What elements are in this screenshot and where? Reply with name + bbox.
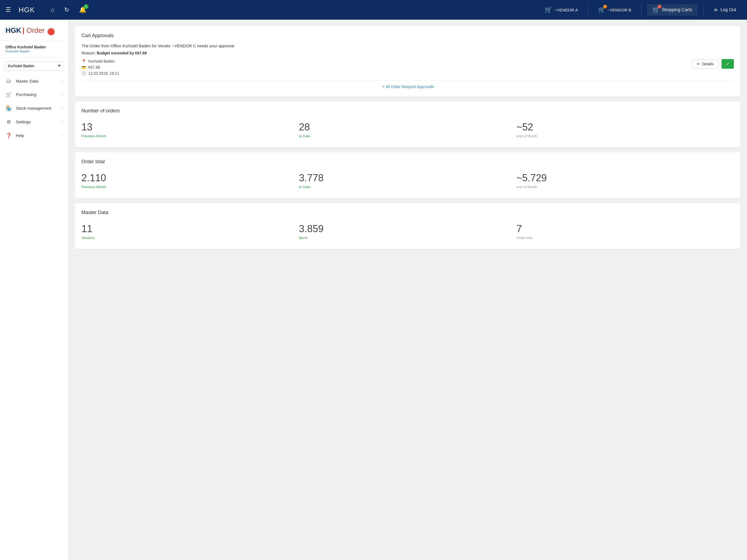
logout-button[interactable]: ⊳ Log Out xyxy=(709,5,742,15)
order-total-stats-row: 2.110 Previous Month 3.778 to Date ~5.72… xyxy=(81,170,734,192)
master-data-label-2: Order lists xyxy=(516,236,734,240)
cart-approvals-card: Cart Approvals The Order from Office Kur… xyxy=(75,26,741,97)
order-total-label-0: Previous Month xyxy=(81,185,299,189)
top-navigation: ☰ HGK ⌂ ↻ 🔔 4 🛒 ~VENDOR A 🛒 ⚠ ~VENDOR B … xyxy=(0,0,747,20)
details-edit-icon: ✏ xyxy=(697,62,700,66)
home-icon[interactable]: ⌂ xyxy=(51,6,54,14)
main-content: Cart Approvals The Order from Office Kur… xyxy=(68,20,747,560)
vendor-b-alert: ⚠ xyxy=(603,5,607,8)
approval-location-text: Kurhotel Baden xyxy=(88,59,115,63)
orders-stats-row: 13 Previous Month 28 to Date ~52 end of … xyxy=(81,119,734,141)
order-total-label-2: end of Month xyxy=(516,185,734,189)
approval-location: 📍 Kurhotel Baden xyxy=(81,59,119,63)
sidebar: HGK | Order 🚫 Office Kurhotel Baden Kurh… xyxy=(0,20,68,560)
vendor-b-button[interactable]: 🛒 ⚠ ~VENDOR B xyxy=(594,4,636,16)
order-total-stat-1: 3.778 to Date xyxy=(299,170,516,192)
reason-prefix: Reason: xyxy=(81,51,97,55)
order-total-stat-2: ~5.729 end of Month xyxy=(516,170,734,192)
details-button-label: Details xyxy=(702,62,714,66)
order-total-title: Order total xyxy=(81,159,734,164)
approve-button[interactable]: ✓ xyxy=(722,59,734,69)
master-data-card: Master Data 11 Vendors 3.859 Items 7 Ord… xyxy=(75,203,741,249)
sidebar-org: Office Kurhotel Baden Kurhotel Baden xyxy=(0,41,68,57)
shopping-carts-alert: ⚠ xyxy=(658,5,662,8)
orders-value-0: 13 xyxy=(81,121,299,133)
orders-value-2: ~52 xyxy=(516,121,734,133)
shopping-carts-button[interactable]: 🛒 ⚠ Shopping Carts xyxy=(647,4,697,16)
all-approvals-link[interactable]: ↗ All Order Request Approvals xyxy=(81,80,734,90)
sidebar-logo: HGK | Order 🚫 xyxy=(0,26,68,41)
approval-info: 📍 Kurhotel Baden 💳 €67.68 🕐 12.03.2019, … xyxy=(81,59,119,75)
amount-icon: 💳 xyxy=(81,65,86,70)
stock-icon: 🏪 xyxy=(5,105,12,111)
bell-badge: 4 xyxy=(84,4,88,9)
approve-check-icon: ✓ xyxy=(726,61,729,66)
chevron-icon-2: ‹ xyxy=(62,93,63,97)
orders-stat-0: 13 Previous Month xyxy=(81,119,299,141)
orders-stat-2: ~52 end of Month xyxy=(516,119,734,141)
sidebar-select-container: Kurhotel Baden xyxy=(4,61,64,71)
order-total-value-2: ~5.729 xyxy=(516,172,734,184)
master-data-title: Master Data xyxy=(81,210,734,215)
order-total-label-1: to Date xyxy=(299,185,516,189)
hamburger-icon[interactable]: ☰ xyxy=(5,6,11,14)
master-data-stat-0: 11 Vendors xyxy=(81,221,299,243)
orders-label-2: end of Month xyxy=(516,134,734,138)
order-total-stat-0: 2.110 Previous Month xyxy=(81,170,299,192)
logo-icon: 🚫 xyxy=(48,28,55,35)
sidebar-label-master-data: Master Data xyxy=(16,79,38,83)
orders-value-1: 28 xyxy=(299,121,516,133)
approval-amount-text: €67.68 xyxy=(88,65,100,70)
logo-hgk: HGK xyxy=(5,26,21,34)
logo-pipe: | xyxy=(22,26,27,34)
vendor-a-label: ~VENDOR A xyxy=(554,8,578,12)
vendor-b-label: ~VENDOR B xyxy=(608,8,632,12)
brand-title: HGK xyxy=(19,6,35,14)
approval-details-row: 📍 Kurhotel Baden 💳 €67.68 🕐 12.03.2019, … xyxy=(81,59,734,75)
chevron-icon-4: ‹ xyxy=(62,120,63,124)
sidebar-item-purchasing[interactable]: 🛒 Purchasing ‹ xyxy=(0,88,68,101)
approval-actions: ✏ Details ✓ xyxy=(692,59,734,69)
chevron-icon: ‹ xyxy=(62,79,63,83)
logout-label: Log Out xyxy=(720,7,736,12)
orders-stat-1: 28 to Date xyxy=(299,119,516,141)
sidebar-item-help[interactable]: ❓ Help ‹ xyxy=(0,129,68,143)
sidebar-item-settings[interactable]: ⚙ Settings ‹ xyxy=(0,115,68,129)
org-select[interactable]: Kurhotel Baden xyxy=(4,61,64,71)
clock-icon: 🕐 xyxy=(81,71,86,75)
shopping-carts-label: Shopping Carts xyxy=(662,7,692,12)
org-name: Office Kurhotel Baden xyxy=(5,45,63,49)
approval-reason: Reason: Budget exceeded by €67.68 xyxy=(81,51,734,55)
logout-icon: ⊳ xyxy=(714,7,718,13)
app-layout: HGK | Order 🚫 Office Kurhotel Baden Kurh… xyxy=(0,20,747,560)
master-data-stat-1: 3.859 Items xyxy=(299,221,516,243)
order-total-card: Order total 2.110 Previous Month 3.778 t… xyxy=(75,152,741,198)
vendor-separator xyxy=(588,3,588,17)
logo-order: Order xyxy=(27,26,45,34)
master-data-label-1: Items xyxy=(299,236,516,240)
master-data-value-1: 3.859 xyxy=(299,223,516,235)
master-data-stat-2: 7 Order lists xyxy=(516,221,734,243)
approval-timestamp-text: 12.03.2019, 16:11 xyxy=(88,71,119,75)
approval-timestamp: 🕐 12.03.2019, 16:11 xyxy=(81,71,119,75)
help-icon: ❓ xyxy=(5,133,12,138)
sidebar-item-master-data[interactable]: 🗂 Master Data ‹ xyxy=(0,74,68,88)
details-button[interactable]: ✏ Details xyxy=(692,59,719,69)
purchasing-icon: 🛒 xyxy=(5,92,12,98)
org-sub: Kurhotel Baden xyxy=(5,49,63,53)
master-data-icon: 🗂 xyxy=(5,78,12,84)
vendor-a-button[interactable]: 🛒 ~VENDOR A xyxy=(540,4,582,16)
settings-icon: ⚙ xyxy=(5,119,12,125)
master-data-value-2: 7 xyxy=(516,223,734,235)
cart-approvals-title: Cart Approvals xyxy=(81,33,734,39)
sidebar-label-stock: Stock management xyxy=(16,106,51,110)
reason-text: Budget exceeded by €67.68 xyxy=(97,51,147,55)
orders-label-0: Previous Month xyxy=(81,134,299,138)
approval-message: The Order from Office Kurhotel Baden for… xyxy=(81,44,734,48)
chevron-icon-5: ‹ xyxy=(62,134,63,137)
refresh-icon[interactable]: ↻ xyxy=(64,6,69,14)
bell-icon[interactable]: 🔔 4 xyxy=(79,6,86,14)
sidebar-item-stock-management[interactable]: 🏪 Stock management ‹ xyxy=(0,101,68,115)
approval-amount: 💳 €67.68 xyxy=(81,65,119,70)
sidebar-label-help: Help xyxy=(16,133,24,138)
